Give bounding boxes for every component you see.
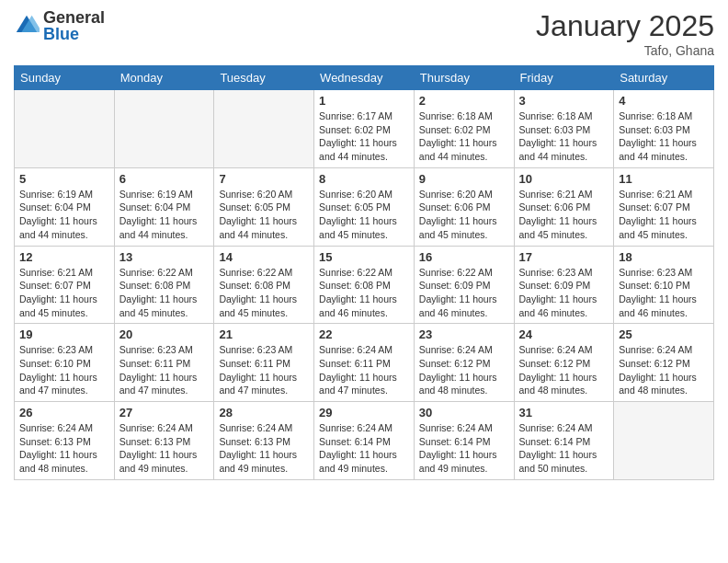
day-number: 23 <box>419 327 509 341</box>
day-info: Sunrise: 6:18 AMSunset: 6:03 PMDaylight:… <box>519 109 609 164</box>
calendar-cell: 4Sunrise: 6:18 AMSunset: 6:03 PMDaylight… <box>614 90 714 168</box>
col-friday: Friday <box>514 66 614 90</box>
day-number: 22 <box>319 327 409 341</box>
calendar-cell: 24Sunrise: 6:24 AMSunset: 6:12 PMDayligh… <box>514 324 614 402</box>
calendar-cell <box>114 90 214 168</box>
header-row: Sunday Monday Tuesday Wednesday Thursday… <box>15 66 714 90</box>
calendar-cell: 18Sunrise: 6:23 AMSunset: 6:10 PMDayligh… <box>614 246 714 324</box>
day-info: Sunrise: 6:24 AMSunset: 6:14 PMDaylight:… <box>519 421 609 476</box>
day-info: Sunrise: 6:20 AMSunset: 6:06 PMDaylight:… <box>419 188 509 242</box>
day-info: Sunrise: 6:18 AMSunset: 6:02 PMDaylight:… <box>419 109 509 164</box>
calendar-cell: 15Sunrise: 6:22 AMSunset: 6:08 PMDayligh… <box>314 246 415 324</box>
calendar-cell: 19Sunrise: 6:23 AMSunset: 6:10 PMDayligh… <box>15 324 115 402</box>
day-number: 7 <box>219 172 309 186</box>
calendar-cell: 30Sunrise: 6:24 AMSunset: 6:14 PMDayligh… <box>414 402 514 480</box>
day-number: 16 <box>419 250 509 264</box>
day-number: 20 <box>119 327 210 341</box>
day-number: 26 <box>19 406 109 419</box>
day-info: Sunrise: 6:22 AMSunset: 6:08 PMDaylight:… <box>219 266 309 320</box>
day-info: Sunrise: 6:24 AMSunset: 6:13 PMDaylight:… <box>119 421 210 476</box>
page: General Blue January 2025 Tafo, Ghana Su… <box>0 0 728 563</box>
day-number: 5 <box>19 172 109 186</box>
day-info: Sunrise: 6:24 AMSunset: 6:14 PMDaylight:… <box>419 421 509 476</box>
day-info: Sunrise: 6:24 AMSunset: 6:13 PMDaylight:… <box>219 421 309 476</box>
day-info: Sunrise: 6:19 AMSunset: 6:04 PMDaylight:… <box>19 188 109 242</box>
calendar-cell: 13Sunrise: 6:22 AMSunset: 6:08 PMDayligh… <box>114 246 214 324</box>
calendar-cell: 2Sunrise: 6:18 AMSunset: 6:02 PMDaylight… <box>414 90 514 168</box>
day-number: 14 <box>219 250 309 264</box>
calendar-cell: 21Sunrise: 6:23 AMSunset: 6:11 PMDayligh… <box>214 324 314 402</box>
calendar-week-0: 1Sunrise: 6:17 AMSunset: 6:02 PMDaylight… <box>15 90 714 168</box>
calendar-week-1: 5Sunrise: 6:19 AMSunset: 6:04 PMDaylight… <box>15 167 714 246</box>
col-sunday: Sunday <box>15 66 115 90</box>
day-number: 27 <box>119 406 210 419</box>
calendar-cell: 22Sunrise: 6:24 AMSunset: 6:11 PMDayligh… <box>314 324 415 402</box>
day-info: Sunrise: 6:20 AMSunset: 6:05 PMDaylight:… <box>219 188 309 242</box>
calendar-cell: 23Sunrise: 6:24 AMSunset: 6:12 PMDayligh… <box>414 324 514 402</box>
day-number: 11 <box>619 172 709 186</box>
logo-text: General Blue <box>43 9 105 42</box>
location: Tafo, Ghana <box>536 43 714 58</box>
day-number: 19 <box>19 327 109 341</box>
day-number: 24 <box>519 327 609 341</box>
day-number: 6 <box>119 172 210 186</box>
day-number: 4 <box>619 94 709 108</box>
day-info: Sunrise: 6:22 AMSunset: 6:08 PMDaylight:… <box>119 266 210 320</box>
day-number: 17 <box>519 250 609 264</box>
day-number: 8 <box>319 172 409 186</box>
day-info: Sunrise: 6:24 AMSunset: 6:14 PMDaylight:… <box>319 421 409 476</box>
day-info: Sunrise: 6:24 AMSunset: 6:12 PMDaylight:… <box>619 343 709 397</box>
day-info: Sunrise: 6:24 AMSunset: 6:12 PMDaylight:… <box>419 343 509 397</box>
calendar-cell: 3Sunrise: 6:18 AMSunset: 6:03 PMDaylight… <box>514 90 614 168</box>
calendar-cell: 16Sunrise: 6:22 AMSunset: 6:09 PMDayligh… <box>414 246 514 324</box>
calendar-cell <box>614 402 714 480</box>
title-section: January 2025 Tafo, Ghana <box>536 9 714 58</box>
col-tuesday: Tuesday <box>214 66 314 90</box>
day-number: 21 <box>219 327 309 341</box>
day-info: Sunrise: 6:21 AMSunset: 6:06 PMDaylight:… <box>519 188 609 242</box>
day-number: 2 <box>419 94 509 108</box>
logo-icon <box>14 13 40 39</box>
calendar-cell: 9Sunrise: 6:20 AMSunset: 6:06 PMDaylight… <box>414 167 514 246</box>
day-number: 10 <box>519 172 609 186</box>
logo-blue: Blue <box>43 26 105 42</box>
calendar-week-2: 12Sunrise: 6:21 AMSunset: 6:07 PMDayligh… <box>15 246 714 324</box>
calendar-cell: 11Sunrise: 6:21 AMSunset: 6:07 PMDayligh… <box>614 167 714 246</box>
day-info: Sunrise: 6:19 AMSunset: 6:04 PMDaylight:… <box>119 188 210 242</box>
calendar-cell: 6Sunrise: 6:19 AMSunset: 6:04 PMDaylight… <box>114 167 214 246</box>
day-number: 13 <box>119 250 210 264</box>
day-number: 9 <box>419 172 509 186</box>
col-thursday: Thursday <box>414 66 514 90</box>
day-info: Sunrise: 6:22 AMSunset: 6:09 PMDaylight:… <box>419 266 509 320</box>
calendar-cell: 31Sunrise: 6:24 AMSunset: 6:14 PMDayligh… <box>514 402 614 480</box>
month-title: January 2025 <box>536 9 714 43</box>
day-number: 18 <box>619 250 709 264</box>
day-number: 29 <box>319 406 409 419</box>
day-info: Sunrise: 6:23 AMSunset: 6:09 PMDaylight:… <box>519 266 609 320</box>
day-info: Sunrise: 6:24 AMSunset: 6:11 PMDaylight:… <box>319 343 409 397</box>
day-number: 28 <box>219 406 309 419</box>
calendar-cell: 8Sunrise: 6:20 AMSunset: 6:05 PMDaylight… <box>314 167 415 246</box>
day-info: Sunrise: 6:23 AMSunset: 6:11 PMDaylight:… <box>119 343 210 397</box>
calendar-cell: 29Sunrise: 6:24 AMSunset: 6:14 PMDayligh… <box>314 402 415 480</box>
calendar-cell <box>15 90 115 168</box>
header: General Blue January 2025 Tafo, Ghana <box>14 9 714 58</box>
calendar-cell: 12Sunrise: 6:21 AMSunset: 6:07 PMDayligh… <box>15 246 115 324</box>
day-info: Sunrise: 6:21 AMSunset: 6:07 PMDaylight:… <box>19 266 109 320</box>
calendar-cell: 1Sunrise: 6:17 AMSunset: 6:02 PMDaylight… <box>314 90 415 168</box>
day-number: 25 <box>619 327 709 341</box>
day-info: Sunrise: 6:24 AMSunset: 6:12 PMDaylight:… <box>519 343 609 397</box>
day-number: 1 <box>319 94 409 108</box>
calendar-cell: 26Sunrise: 6:24 AMSunset: 6:13 PMDayligh… <box>15 402 115 480</box>
day-info: Sunrise: 6:24 AMSunset: 6:13 PMDaylight:… <box>19 421 109 476</box>
day-number: 12 <box>19 250 109 264</box>
calendar-cell: 28Sunrise: 6:24 AMSunset: 6:13 PMDayligh… <box>214 402 314 480</box>
day-info: Sunrise: 6:23 AMSunset: 6:11 PMDaylight:… <box>219 343 309 397</box>
day-info: Sunrise: 6:23 AMSunset: 6:10 PMDaylight:… <box>19 343 109 397</box>
day-info: Sunrise: 6:23 AMSunset: 6:10 PMDaylight:… <box>619 266 709 320</box>
calendar-cell: 17Sunrise: 6:23 AMSunset: 6:09 PMDayligh… <box>514 246 614 324</box>
day-number: 30 <box>419 406 509 419</box>
calendar-table: Sunday Monday Tuesday Wednesday Thursday… <box>14 65 714 480</box>
logo: General Blue <box>14 9 105 42</box>
day-info: Sunrise: 6:21 AMSunset: 6:07 PMDaylight:… <box>619 188 709 242</box>
